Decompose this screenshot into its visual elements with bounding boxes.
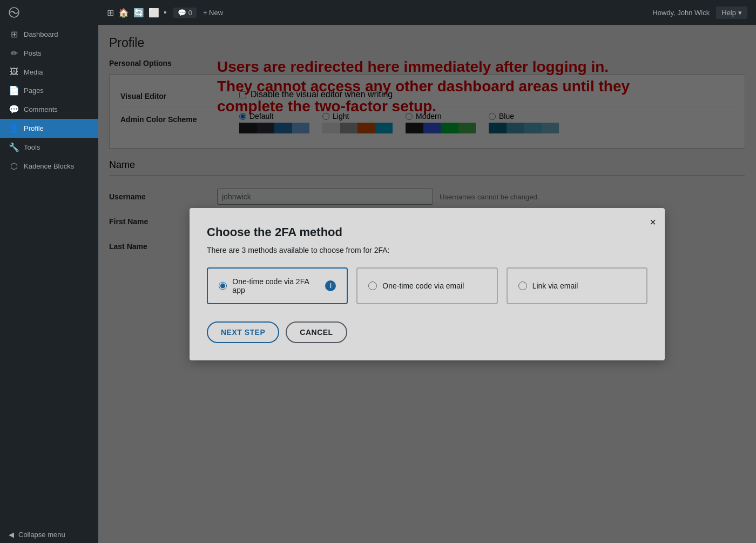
sidebar-item-label: Tools bbox=[24, 143, 40, 151]
tools-icon: 🔧 bbox=[9, 142, 19, 152]
collapse-label: Collapse menu bbox=[18, 531, 65, 539]
media-icon: 🖼 bbox=[9, 67, 19, 77]
topbar-icons: ⊞ 🏠 🔄 ⬜ ▪ bbox=[107, 8, 167, 18]
sidebar-item-comments[interactable]: 💬 Comments bbox=[0, 100, 98, 119]
help-arrow: ▾ bbox=[738, 9, 742, 17]
comments-icon: 💬 bbox=[9, 104, 19, 115]
sidebar-item-label: Pages bbox=[24, 86, 44, 95]
sidebar-item-label: Kadence Blocks bbox=[24, 162, 74, 170]
sidebar-item-kadence[interactable]: ⬡ Kadence Blocks bbox=[0, 157, 98, 176]
method-app-label: One-time code via 2FA app bbox=[232, 277, 320, 294]
topbar-right: Howdy, John Wick Help ▾ bbox=[652, 6, 747, 19]
main-content: ⊞ 🏠 🔄 ⬜ ▪ 💬 0 + New Howdy, John Wick Hel… bbox=[98, 0, 756, 543]
sidebar-item-label: Posts bbox=[24, 49, 42, 57]
topbar: ⊞ 🏠 🔄 ⬜ ▪ 💬 0 + New Howdy, John Wick Hel… bbox=[98, 0, 756, 25]
svg-point-1 bbox=[14, 12, 15, 14]
view-icon[interactable]: ⬜ bbox=[148, 8, 159, 18]
wp-logo-icon[interactable]: ⊞ bbox=[107, 8, 114, 18]
sidebar-item-pages[interactable]: 📄 Pages bbox=[0, 81, 98, 100]
method-option-link-email[interactable]: Link via email bbox=[507, 267, 647, 304]
sidebar-navigation: ⊞ Dashboard ✏ Posts 🖼 Media 📄 Pages 💬 Co… bbox=[0, 25, 98, 526]
new-content-button[interactable]: + New bbox=[203, 9, 223, 17]
modal-subtitle: There are 3 methods available to choose … bbox=[207, 246, 647, 254]
sidebar-item-label: Comments bbox=[24, 105, 58, 113]
posts-icon: ✏ bbox=[9, 48, 19, 58]
method-option-app[interactable]: One-time code via 2FA app i bbox=[207, 267, 348, 304]
collapse-icon: ◀ bbox=[9, 531, 14, 539]
cancel-button[interactable]: CANCEL bbox=[286, 321, 347, 343]
sidebar-item-label: Media bbox=[24, 68, 43, 76]
help-label: Help bbox=[721, 9, 736, 17]
help-button[interactable]: Help ▾ bbox=[716, 6, 747, 19]
method-app-radio[interactable] bbox=[219, 281, 227, 290]
sidebar-item-profile[interactable]: 👤 Profile bbox=[0, 119, 98, 138]
new-label: + New bbox=[203, 9, 223, 17]
method-option-email-code[interactable]: One-time code via email bbox=[356, 267, 497, 304]
method-email-code-radio[interactable] bbox=[368, 281, 377, 290]
comments-count: 0 bbox=[188, 9, 192, 17]
collapse-menu-button[interactable]: ◀ Collapse menu bbox=[0, 526, 98, 543]
howdy-text: Howdy, John Wick bbox=[652, 9, 710, 17]
page-area: Profile Personal Options Visual Editor D… bbox=[98, 25, 756, 543]
sidebar: ⊞ Dashboard ✏ Posts 🖼 Media 📄 Pages 💬 Co… bbox=[0, 0, 98, 543]
method-options: One-time code via 2FA app i One-time cod… bbox=[207, 267, 647, 304]
next-step-button[interactable]: NEXT STEP bbox=[207, 321, 279, 343]
modal-title: Choose the 2FA method bbox=[207, 225, 647, 239]
sidebar-item-label: Dashboard bbox=[24, 30, 58, 38]
info-icon: i bbox=[325, 280, 336, 291]
sidebar-item-media[interactable]: 🖼 Media bbox=[0, 63, 98, 81]
modal-dialog: × Choose the 2FA method There are 3 meth… bbox=[190, 208, 665, 360]
kadence-icon: ⬡ bbox=[9, 161, 19, 171]
pages-icon: 📄 bbox=[9, 85, 19, 96]
comments-bubble[interactable]: 💬 0 bbox=[173, 8, 197, 18]
comment-icon: 💬 bbox=[178, 9, 186, 17]
method-link-email-radio[interactable] bbox=[518, 281, 527, 290]
method-email-code-label: One-time code via email bbox=[382, 281, 464, 290]
sidebar-item-dashboard[interactable]: ⊞ Dashboard bbox=[0, 25, 98, 44]
modal-actions: NEXT STEP CANCEL bbox=[207, 321, 647, 343]
wordpress-icon bbox=[9, 7, 19, 18]
profile-icon: 👤 bbox=[9, 123, 19, 133]
dashboard-icon: ⊞ bbox=[9, 29, 19, 39]
sidebar-item-label: Profile bbox=[24, 124, 44, 132]
sidebar-item-tools[interactable]: 🔧 Tools bbox=[0, 138, 98, 157]
widget-icon[interactable]: ▪ bbox=[164, 8, 167, 17]
modal-overlay: × Choose the 2FA method There are 3 meth… bbox=[98, 25, 756, 543]
updates-icon[interactable]: 🔄 bbox=[133, 8, 144, 18]
home-icon[interactable]: 🏠 bbox=[118, 8, 129, 18]
method-link-email-label: Link via email bbox=[532, 281, 578, 290]
modal-close-button[interactable]: × bbox=[650, 217, 656, 227]
sidebar-logo[interactable] bbox=[0, 0, 98, 25]
sidebar-item-posts[interactable]: ✏ Posts bbox=[0, 44, 98, 63]
close-icon: × bbox=[650, 216, 656, 228]
